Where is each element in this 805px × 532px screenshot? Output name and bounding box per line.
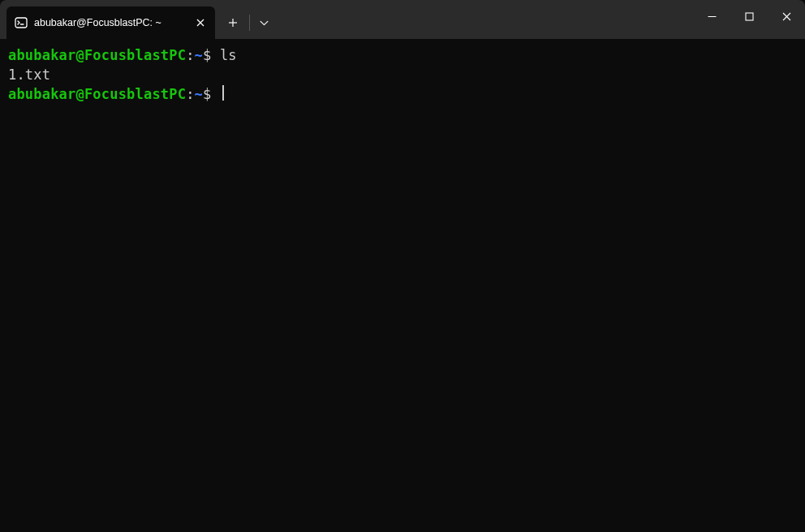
output-text: 1.txt	[8, 66, 50, 83]
prompt-user-host: abubakar@FocusblastPC	[8, 86, 186, 102]
prompt-dollar: $	[203, 86, 220, 102]
terminal-line-prompt: abubakar@FocusblastPC:~$ ls	[8, 45, 797, 65]
divider	[249, 15, 250, 31]
terminal-icon	[15, 16, 28, 29]
window-controls	[693, 0, 805, 32]
maximize-button[interactable]	[730, 0, 768, 32]
prompt-dollar: $	[203, 47, 220, 63]
prompt-colon: :	[186, 86, 194, 102]
tab-title: abubakar@FocusblastPC: ~	[34, 17, 161, 28]
new-tab-button[interactable]	[218, 10, 248, 36]
terminal-content[interactable]: abubakar@FocusblastPC:~$ ls 1.txt abubak…	[0, 39, 805, 110]
svg-rect-7	[746, 13, 753, 20]
tab-active[interactable]: abubakar@FocusblastPC: ~	[6, 6, 215, 39]
prompt-user-host: abubakar@FocusblastPC	[8, 47, 186, 63]
tab-dropdown-button[interactable]	[252, 10, 278, 36]
tab-close-button[interactable]	[192, 15, 209, 31]
cursor	[222, 85, 224, 101]
minimize-button[interactable]	[693, 0, 730, 32]
titlebar: abubakar@FocusblastPC: ~	[0, 0, 805, 39]
command-text: ls	[220, 47, 237, 63]
terminal-line-prompt: abubakar@FocusblastPC:~$	[8, 84, 797, 104]
prompt-path: ~	[195, 86, 203, 102]
svg-rect-0	[15, 18, 27, 28]
close-window-button[interactable]	[768, 0, 805, 32]
tabs-area: abubakar@FocusblastPC: ~	[0, 6, 278, 39]
prompt-path: ~	[195, 47, 203, 63]
terminal-line-output: 1.txt	[8, 65, 797, 84]
prompt-colon: :	[186, 47, 194, 63]
